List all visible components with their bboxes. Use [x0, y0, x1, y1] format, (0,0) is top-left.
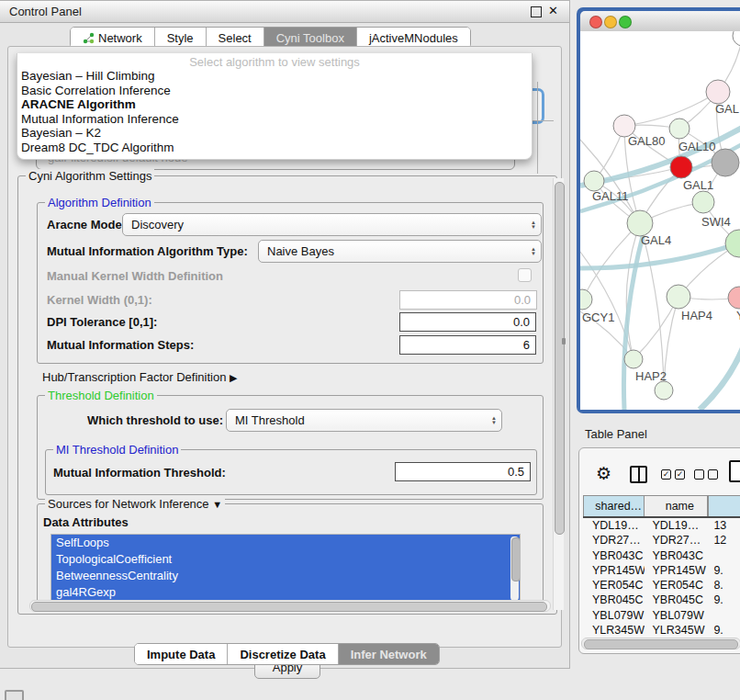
kernel-width-input[interactable]: 0.0 — [399, 290, 537, 310]
close-traffic-light[interactable] — [589, 16, 602, 28]
tab-jactivemnodules[interactable]: jActiveMNodules — [357, 28, 470, 48]
network-node-GAL10[interactable] — [669, 119, 690, 139]
dropdown-item[interactable]: Bayesian – Hill Climbing — [17, 69, 532, 84]
mi-type-label: Mutual Information Algorithm Type: — [47, 244, 248, 258]
manual-kernel-checkbox[interactable] — [518, 268, 532, 282]
list-scrollbar[interactable] — [510, 536, 519, 601]
network-node[interactable] — [655, 381, 673, 400]
zoom-traffic-light[interactable] — [619, 16, 632, 28]
scrollbar-thumb[interactable] — [555, 182, 565, 535]
mi-threshold-input[interactable]: 0.5 — [395, 462, 531, 481]
dpi-tolerance-input[interactable]: 0.0 — [399, 312, 536, 332]
table-cell: 12 — [708, 533, 740, 548]
network-node-GAL11[interactable] — [584, 171, 604, 191]
mi-steps-label: Mutual Information Steps: — [47, 338, 194, 352]
table-row[interactable]: YBR045CYBR045C9. — [583, 593, 740, 607]
tab-label: Impute Data — [147, 648, 215, 661]
network-node-Y[interactable] — [728, 287, 740, 309]
network-node[interactable] — [712, 149, 739, 176]
table-row[interactable]: YER054CYER054C8. — [583, 578, 740, 593]
network-node-label: GAL80 — [628, 134, 665, 148]
network-node-label: Y — [736, 309, 740, 322]
tab-cyni-toolbox[interactable]: Cyni Toolbox — [264, 28, 357, 48]
network-node-HAP2[interactable] — [624, 350, 643, 368]
network-node-GAL1[interactable] — [670, 156, 692, 178]
minimize-traffic-light[interactable] — [604, 16, 617, 28]
network-node[interactable] — [733, 31, 740, 46]
combo-value: Discovery — [131, 218, 184, 231]
table-cell: YBL079W — [645, 608, 708, 623]
tab-network[interactable]: Network — [71, 28, 155, 48]
network-node-label: GAL1 — [683, 178, 713, 192]
kernel-width-label: Kernel Width (0,1): — [47, 293, 152, 307]
network-node-HAP4[interactable] — [667, 285, 690, 309]
document-icon[interactable] — [729, 460, 740, 482]
tab-style[interactable]: Style — [155, 28, 207, 48]
dropdown-item[interactable]: Basic Correlation Inference — [17, 84, 532, 98]
hub-definition-expander[interactable]: Hub/Transcription Factor Definition ▶ — [42, 370, 237, 384]
table-row[interactable]: YDR27…YDR27…12 — [583, 533, 740, 548]
gear-icon[interactable]: ⚙ — [596, 463, 611, 484]
network-window-titlebar — [580, 11, 740, 32]
table-row[interactable]: YPR145WYPR145W9. — [583, 563, 740, 578]
column-header-3[interactable] — [708, 496, 740, 516]
settings-vertical-scrollbar[interactable] — [553, 178, 564, 610]
table-cell: YBR043C — [583, 548, 645, 563]
select-none-icon[interactable] — [694, 469, 718, 480]
dropdown-item[interactable]: Bayesian – K2 — [17, 126, 532, 141]
attribute-list-item[interactable]: gal4RGexp — [51, 584, 520, 601]
mi-steps-input[interactable]: 6 — [399, 335, 536, 355]
close-icon[interactable]: ✕ — [548, 4, 558, 17]
attribute-list-item[interactable]: SelfLoops — [51, 535, 520, 551]
scrollbar-thumb[interactable] — [511, 537, 521, 581]
attribute-list-item[interactable]: TopologicalCoefficient — [51, 551, 520, 568]
checked-box-icon: ✓ — [661, 469, 671, 480]
column-header-shared[interactable]: shared… — [583, 496, 645, 516]
network-canvas[interactable]: GALGAL80GAL10GAL1GAL11SWI4GAL4GCY1HAP4YH… — [580, 31, 740, 410]
attribute-list-item[interactable]: BetweennessCentrality — [51, 568, 520, 584]
select-all-checked-icon[interactable]: ✓ ✓ — [661, 469, 685, 480]
scrollbar-thumb[interactable] — [584, 639, 738, 649]
dropdown-item[interactable]: ARACNE Algorithm — [17, 97, 532, 112]
mi-type-combo[interactable]: Naive Bayes ▲▼ — [258, 240, 542, 263]
table-row[interactable]: YBL079WYBL079W — [583, 608, 740, 623]
column-header-name[interactable]: name — [645, 496, 708, 516]
which-threshold-combo[interactable]: MI Threshold ▲▼ — [226, 409, 502, 432]
table-horizontal-scrollbar[interactable] — [581, 638, 740, 649]
table-header-row: shared… name — [583, 495, 740, 518]
control-panel-titlebar: Control Panel ✕ — [0, 1, 569, 23]
node-table: shared… name YDL19…YDL19…13YDR27…YDR27…1… — [583, 495, 740, 653]
tab-select[interactable]: Select — [207, 28, 264, 48]
sources-expander[interactable]: Sources for Network Inference ▼ — [45, 497, 225, 511]
panel-divider-grip[interactable] — [562, 338, 566, 344]
table-cell: 8. — [708, 578, 740, 593]
dropdown-item[interactable]: Dream8 DC_TDC Algorithm — [17, 141, 532, 155]
table-row[interactable]: YDL19…YDL19…13 — [583, 518, 740, 533]
settings-horizontal-scrollbar[interactable] — [29, 600, 551, 612]
table-cell: YPR145W — [583, 563, 645, 578]
tab-label: Style — [167, 31, 194, 45]
network-node-GCY1[interactable] — [580, 289, 592, 310]
tab-infer-network[interactable]: Infer Network — [339, 644, 439, 664]
network-node-GAL[interactable] — [706, 80, 730, 104]
tab-impute-data[interactable]: Impute Data — [135, 644, 228, 664]
float-window-icon[interactable] — [531, 6, 542, 17]
which-threshold-label: Which threshold to use: — [87, 413, 223, 427]
network-node[interactable] — [725, 230, 740, 257]
network-edge[interactable] — [640, 223, 664, 390]
network-edge-thick[interactable] — [700, 346, 740, 410]
split-columns-icon[interactable] — [630, 466, 647, 483]
aracne-mode-combo[interactable]: Discovery ▲▼ — [122, 213, 542, 236]
scrollbar-thumb[interactable] — [31, 602, 547, 612]
table-row[interactable]: YLR345WYLR345W9. — [583, 623, 740, 638]
aracne-mode-label: Aracne Mode: — [47, 218, 126, 231]
network-node-GAL4[interactable] — [627, 210, 653, 236]
dropdown-item[interactable]: Mutual Information Inference — [17, 112, 532, 127]
algorithm-definition-group: Algorithm Definition Aracne Mode: Discov… — [37, 202, 544, 364]
network-node-SWI4[interactable] — [692, 191, 714, 213]
table-row[interactable]: YBR043CYBR043C — [583, 548, 740, 563]
data-attributes-list[interactable]: SelfLoopsTopologicalCoefficientBetweenne… — [50, 534, 521, 605]
collapsed-panel-stub[interactable] — [5, 690, 24, 700]
tab-discretize-data[interactable]: Discretize Data — [228, 644, 338, 664]
network-edge-thick[interactable] — [623, 236, 643, 410]
